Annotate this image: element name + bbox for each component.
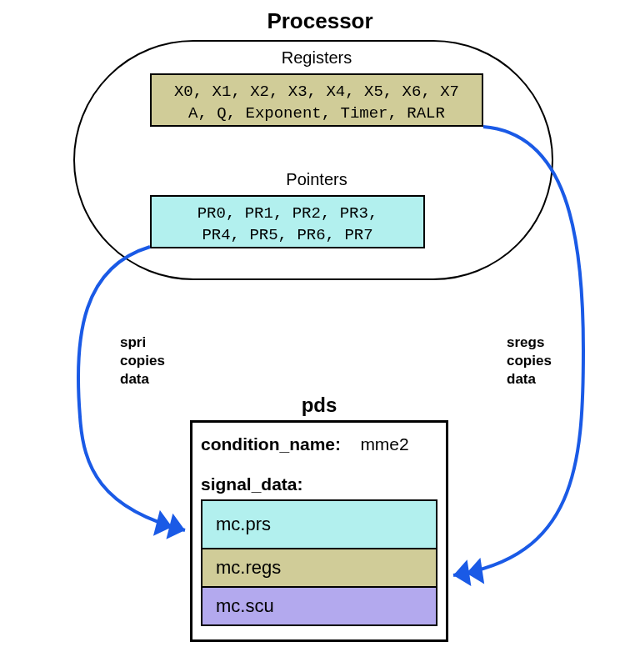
registers-label-text: Registers (282, 48, 352, 67)
spri-l2: copies (120, 352, 165, 370)
sregs-l3: data (507, 370, 552, 389)
seg-mc-scu: mc.scu (201, 586, 438, 626)
pds-condition-row: condition_name: mme2 (201, 434, 438, 454)
spri-label: spri copies data (120, 333, 165, 389)
pointers-box: PR0, PR1, PR2, PR3, PR4, PR5, PR6, PR7 (150, 195, 425, 248)
condition-name-value: mme2 (360, 434, 408, 454)
processor-title-text: Processor (267, 8, 372, 33)
registers-box: X0, X1, X2, X3, X4, X5, X6, X7 A, Q, Exp… (150, 73, 483, 127)
seg-mc-prs-label: mc.prs (216, 514, 271, 535)
pds-signal-row: signal_data: (201, 474, 438, 494)
pointers-label-text: Pointers (286, 170, 347, 188)
pds-box: condition_name: mme2 signal_data: mc.prs… (190, 420, 448, 642)
sregs-l1: sregs (507, 333, 552, 352)
seg-mc-regs: mc.regs (201, 548, 438, 588)
spri-l1: spri (120, 333, 165, 352)
registers-label: Registers (150, 48, 483, 68)
condition-name-label: condition_name: (201, 434, 341, 454)
pds-title: pds (190, 394, 448, 417)
pds-title-text: pds (302, 394, 338, 416)
seg-mc-regs-label: mc.regs (216, 557, 281, 579)
pointers-label: Pointers (150, 170, 483, 189)
seg-mc-scu-label: mc.scu (216, 595, 274, 617)
registers-line1: X0, X1, X2, X3, X4, X5, X6, X7 (160, 82, 473, 103)
signal-data-segments: mc.prs mc.regs mc.scu (201, 499, 438, 626)
pointers-line1: PR0, PR1, PR2, PR3, (160, 203, 415, 225)
seg-mc-prs: mc.prs (201, 499, 438, 549)
sregs-label: sregs copies data (507, 333, 552, 389)
processor-title: Processor (0, 8, 640, 34)
diagram-canvas: Processor Registers X0, X1, X2, X3, X4, … (0, 0, 640, 672)
spri-l3: data (120, 370, 165, 389)
sregs-l2: copies (507, 352, 552, 370)
signal-data-label: signal_data: (201, 474, 303, 494)
registers-line2: A, Q, Exponent, Timer, RALR (160, 103, 473, 125)
pointers-line2: PR4, PR5, PR6, PR7 (160, 225, 415, 247)
